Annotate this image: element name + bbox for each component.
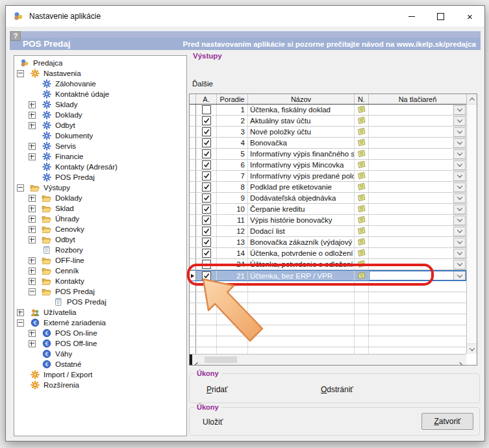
tree-item[interactable]: Zálohovanie	[14, 79, 186, 89]
minimize-button[interactable]	[397, 6, 426, 27]
row-checkbox[interactable]	[202, 238, 211, 247]
row-checkbox[interactable]	[202, 260, 211, 269]
table-row[interactable]: 10Čerpanie kreditu	[190, 204, 466, 215]
tree-item[interactable]: OFF-line	[14, 255, 186, 266]
tree-item[interactable]: Predajca	[14, 58, 186, 68]
printer-dropdown-button[interactable]	[453, 227, 466, 236]
help-button[interactable]: ?	[10, 31, 21, 41]
expand-plus-icon[interactable]	[29, 122, 36, 129]
expand-plus-icon[interactable]	[29, 278, 36, 285]
tree-item[interactable]: Sklad	[14, 203, 186, 214]
printer-dropdown-button[interactable]	[453, 260, 466, 269]
row-checkbox[interactable]	[202, 182, 211, 192]
table-row[interactable]: 13Bonovačka zákazník (výdajový lís	[190, 237, 466, 248]
tree-item[interactable]: Nastavenia	[14, 68, 186, 79]
expand-plus-icon[interactable]	[29, 268, 36, 275]
printer-dropdown-button[interactable]	[453, 182, 466, 192]
vertical-scrollbar[interactable]	[466, 94, 477, 354]
printer-dropdown-button[interactable]	[453, 193, 466, 203]
tree-item[interactable]: Cenník	[14, 266, 186, 276]
add-button[interactable]: Pridať	[207, 385, 228, 394]
table-row[interactable]: 2Aktuálny stav účtu	[190, 116, 466, 127]
tree-item[interactable]: Rozšírenia	[14, 380, 186, 390]
tree-item[interactable]: Doklady	[14, 193, 186, 203]
table-row[interactable]: 14Účtenka, potvrdenie o odložení	[190, 248, 466, 259]
column-header-name[interactable]: Názov	[248, 94, 355, 104]
maximize-button[interactable]	[426, 6, 455, 27]
tree-item[interactable]: Dokumenty	[14, 131, 186, 141]
tree-item[interactable]: €Ostatné	[14, 359, 186, 369]
tree-item[interactable]: Kontakty	[14, 276, 186, 286]
table-row[interactable]: 1Účtenka, fiskálny doklad	[190, 105, 466, 116]
tree-item[interactable]: Rozbory	[14, 245, 186, 255]
close-button[interactable]: ×	[455, 6, 484, 27]
collapse-minus-icon[interactable]	[17, 70, 24, 77]
tree-item[interactable]: Kontakty (Adresár)	[14, 162, 186, 172]
row-checkbox[interactable]	[202, 216, 211, 225]
printer-dropdown-button[interactable]	[453, 138, 466, 148]
expand-plus-icon[interactable]	[29, 257, 36, 264]
column-header-active[interactable]: A.	[196, 94, 217, 104]
expand-plus-icon[interactable]	[29, 236, 36, 243]
table-row[interactable]: 5Informatívny výpis finančného sta	[190, 149, 466, 160]
table-row[interactable]: 21Účtenka, bez ERP / VPR	[190, 270, 466, 281]
column-header-order[interactable]: Poradie	[217, 94, 248, 104]
row-checkbox[interactable]	[202, 171, 211, 180]
row-checkbox[interactable]	[202, 160, 211, 169]
tree-item[interactable]: Užívatelia	[14, 307, 186, 317]
table-row[interactable]: 3Nové položky účtu	[190, 127, 466, 138]
tree-item[interactable]: Odbyt	[14, 120, 186, 131]
tree-item[interactable]: Výstupy	[14, 182, 186, 193]
column-header-note[interactable]: N.	[355, 94, 369, 104]
horizontal-scroll-thumb[interactable]	[205, 356, 237, 363]
expand-plus-icon[interactable]	[29, 101, 36, 108]
expand-plus-icon[interactable]	[29, 216, 36, 223]
remove-button[interactable]: Odstrániť	[321, 385, 353, 394]
collapse-minus-icon[interactable]	[29, 288, 36, 295]
expand-plus-icon[interactable]	[29, 205, 36, 212]
save-button[interactable]: Uložiť	[203, 417, 223, 427]
expand-plus-icon[interactable]	[29, 340, 36, 347]
collapse-minus-icon[interactable]	[17, 319, 24, 327]
expand-plus-icon[interactable]	[29, 226, 36, 233]
table-row[interactable]: 4Bonovačka	[190, 138, 466, 149]
table-row[interactable]: 12Dodací list	[190, 226, 466, 237]
close-dialog-button[interactable]: Zatvoriť	[421, 413, 473, 430]
tree-item[interactable]: €Váhy	[14, 349, 186, 359]
row-checkbox[interactable]	[202, 105, 211, 114]
scroll-up-button[interactable]	[467, 94, 477, 105]
expand-plus-icon[interactable]	[29, 112, 36, 119]
printer-dropdown-button[interactable]	[453, 249, 466, 258]
table-row[interactable]: 6Informatívny výpis Mincovka	[190, 160, 466, 171]
scroll-right-button[interactable]	[458, 358, 462, 366]
row-checkbox[interactable]	[202, 149, 211, 158]
scroll-left-button[interactable]	[195, 358, 199, 366]
tree-item[interactable]: €POS On-line	[14, 328, 186, 338]
horizontal-scrollbar[interactable]	[190, 354, 466, 365]
table-row[interactable]: 9Dodávateľská objednávka	[190, 193, 466, 204]
expand-plus-icon[interactable]	[17, 309, 24, 316]
row-checkbox[interactable]	[202, 138, 211, 147]
tree-item[interactable]: Sklady	[14, 99, 186, 110]
printer-dropdown-button[interactable]	[453, 171, 466, 181]
printer-dropdown-button[interactable]	[453, 149, 466, 159]
printer-dropdown-button[interactable]	[453, 271, 466, 280]
table-row[interactable]: 24Účtenka, potvrdenie o odložení - r	[190, 259, 466, 270]
printer-dropdown-button[interactable]	[453, 216, 466, 225]
tree-item[interactable]: POS Predaj	[14, 297, 186, 307]
row-checkbox[interactable]	[202, 193, 211, 203]
printer-dropdown-button[interactable]	[453, 160, 466, 170]
printer-dropdown-button[interactable]	[453, 105, 466, 115]
tree-item[interactable]: Kontaktné údaje	[14, 89, 186, 99]
expand-plus-icon[interactable]	[29, 195, 36, 202]
collapse-minus-icon[interactable]	[17, 184, 24, 192]
tree-item[interactable]: POS Predaj	[14, 286, 186, 297]
table-row[interactable]: 8Podklad pre etiketovanie	[190, 182, 466, 193]
tree-item[interactable]: Servis	[14, 141, 186, 151]
tree-item[interactable]: Úhrady	[14, 214, 186, 224]
expand-plus-icon[interactable]	[29, 143, 36, 150]
row-checkbox[interactable]	[202, 249, 211, 258]
row-checkbox[interactable]	[202, 227, 211, 236]
column-header-printer[interactable]: Na tlačiareň	[369, 94, 466, 104]
row-checkbox[interactable]	[202, 271, 211, 280]
